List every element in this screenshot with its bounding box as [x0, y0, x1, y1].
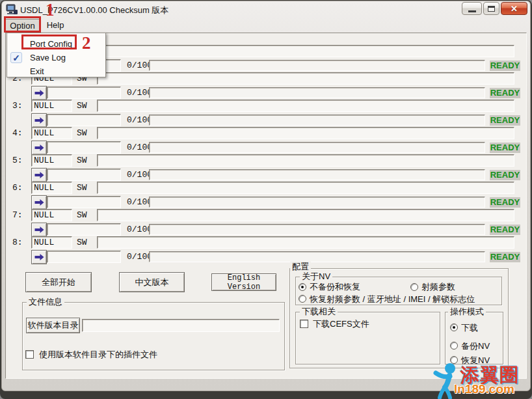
port-number-label: 3:	[12, 101, 28, 111]
file-info-group-title: 文件信息	[27, 297, 64, 307]
download-cefs-checkbox[interactable]	[300, 320, 308, 328]
file-name-field[interactable]	[47, 141, 121, 154]
nv-group-title: 关于NV	[300, 271, 332, 281]
software-version-dir-button[interactable]: 软件版本目录	[26, 318, 80, 333]
maximize-icon	[488, 6, 495, 12]
right-arrow-icon	[34, 171, 45, 179]
radio-mode-backup-nv[interactable]	[450, 342, 458, 350]
title-bar[interactable]: USDL_P726CV1.00.00 Checksum 版本 ✕	[0, 0, 532, 19]
browse-file-button[interactable]	[31, 168, 47, 182]
port-name-field[interactable]: NULL	[31, 154, 72, 167]
use-plugin-checkbox[interactable]	[25, 350, 34, 359]
software-path-field[interactable]	[97, 154, 514, 167]
app-window: USDL_P726CV1.00.00 Checksum 版本 ✕ Option …	[0, 0, 532, 399]
file-name-field[interactable]	[47, 196, 121, 208]
port-row: 4: NULL SW 0/100 READY	[6, 127, 526, 154]
status-badge: READY	[490, 115, 520, 126]
software-path-field[interactable]	[97, 45, 514, 57]
menu-item-save-log[interactable]: ✓Save Log	[7, 51, 105, 64]
menu-item-exit[interactable]: Exit	[7, 64, 105, 78]
browse-file-button[interactable]	[31, 141, 47, 155]
file-name-field[interactable]	[47, 87, 121, 99]
port-row: 3: NULL SW 0/100 READY	[6, 100, 526, 127]
software-path-field[interactable]	[97, 209, 514, 221]
radio-mode-download-label: 下载	[461, 323, 478, 333]
sw-label: SW	[77, 128, 87, 138]
progress-bar	[149, 169, 485, 180]
port-name-field[interactable]: NULL	[31, 182, 72, 194]
software-path-field[interactable]	[97, 127, 514, 139]
software-path-field[interactable]	[97, 100, 514, 112]
status-badge: READY	[490, 170, 520, 180]
menu-help[interactable]: Help	[44, 19, 67, 33]
browse-file-button[interactable]	[31, 195, 47, 210]
software-path-field[interactable]	[97, 72, 514, 85]
status-badge: READY	[490, 143, 520, 153]
menu-item-save-log-label: Save Log	[30, 53, 66, 62]
radio-rf-params[interactable]	[410, 283, 418, 291]
port-number-label: 8:	[12, 238, 28, 247]
radio-restore-rf-bt-imei-label: 恢复射频参数 / 蓝牙地址 / IMEI / 解锁标志位	[310, 294, 475, 304]
right-arrow-icon	[34, 253, 45, 261]
file-name-field[interactable]	[47, 114, 121, 126]
download-group: 下载相关 下载CEFS文件	[295, 312, 440, 365]
app-icon	[6, 4, 18, 15]
file-name-field[interactable]	[47, 169, 121, 181]
radio-restore-rf-bt-imei[interactable]	[299, 295, 306, 303]
config-group-title: 配置	[290, 262, 311, 271]
file-name-field[interactable]	[47, 251, 121, 263]
download-group-title: 下载相关	[300, 307, 338, 316]
right-arrow-icon	[34, 144, 45, 152]
check-icon: ✓	[10, 52, 22, 63]
minimize-button[interactable]	[462, 2, 482, 15]
radio-mode-backup-nv-label: 备份NV	[461, 341, 490, 351]
progress-bar	[149, 115, 485, 126]
software-path-field[interactable]	[97, 182, 514, 194]
window-title: USDL_P726CV1.00.00 Checksum 版本	[20, 5, 168, 16]
mode-group-title: 操作模式	[448, 307, 486, 316]
minimize-icon	[468, 10, 476, 12]
annotation-step-2: 2	[82, 34, 91, 52]
radio-mode-restore-nv[interactable]	[450, 356, 458, 364]
radio-mode-restore-nv-label: 恢复NV	[461, 355, 490, 365]
port-name-field[interactable]: NULL	[31, 100, 72, 112]
right-arrow-icon	[34, 199, 45, 206]
status-badge: READY	[490, 88, 520, 98]
client-area: 1: NULL SW 0/100 READY 2: NULL SW 0/100 …	[5, 33, 527, 379]
maximize-button[interactable]	[483, 2, 499, 15]
port-row: 7: NULL SW 0/100 READY	[6, 209, 526, 236]
file-name-field[interactable]	[47, 223, 121, 236]
english-version-button[interactable]: English Version	[211, 273, 276, 291]
software-path-field[interactable]	[97, 236, 514, 249]
browse-file-button[interactable]	[31, 113, 47, 128]
close-button[interactable]: ✕	[501, 2, 527, 15]
use-plugin-label: 使用版本软件目录下的插件文件	[39, 350, 157, 359]
mode-group: 操作模式 下载 备份NV 恢复NV	[445, 312, 503, 365]
annotation-box-option	[4, 16, 41, 33]
close-icon: ✕	[511, 5, 518, 13]
radio-no-backup-restore[interactable]	[299, 283, 306, 291]
browse-file-button[interactable]	[31, 86, 47, 100]
chinese-version-button[interactable]: 中文版本	[119, 272, 185, 292]
port-row: 5: NULL SW 0/100 READY	[6, 154, 526, 182]
right-arrow-icon	[34, 117, 45, 124]
annotation-step-1: 1	[46, 1, 55, 19]
progress-bar	[149, 251, 485, 262]
config-group: 配置 关于NV 不备份和恢复 射频参数 恢复射频参数 / 蓝牙地址 / IMEI…	[289, 268, 509, 368]
port-name-field[interactable]: NULL	[31, 209, 72, 221]
sw-label: SW	[77, 210, 87, 220]
radio-mode-download[interactable]	[450, 323, 458, 331]
port-name-field[interactable]: NULL	[31, 236, 72, 249]
file-info-group: 文件信息 软件版本目录 使用版本软件目录下的插件文件	[22, 302, 285, 370]
progress-bar	[149, 60, 485, 71]
progress-bar	[149, 197, 485, 208]
browse-file-button[interactable]	[31, 250, 47, 264]
download-cefs-label: 下载CEFS文件	[313, 319, 369, 329]
port-name-field[interactable]: NULL	[31, 127, 72, 139]
status-badge: READY	[490, 225, 520, 235]
browse-file-button[interactable]	[31, 223, 47, 237]
start-all-button[interactable]: 全部开始	[25, 272, 92, 292]
software-version-dir-field[interactable]	[82, 319, 280, 332]
progress-bar	[149, 142, 485, 153]
port-number-label: 6:	[12, 183, 28, 193]
